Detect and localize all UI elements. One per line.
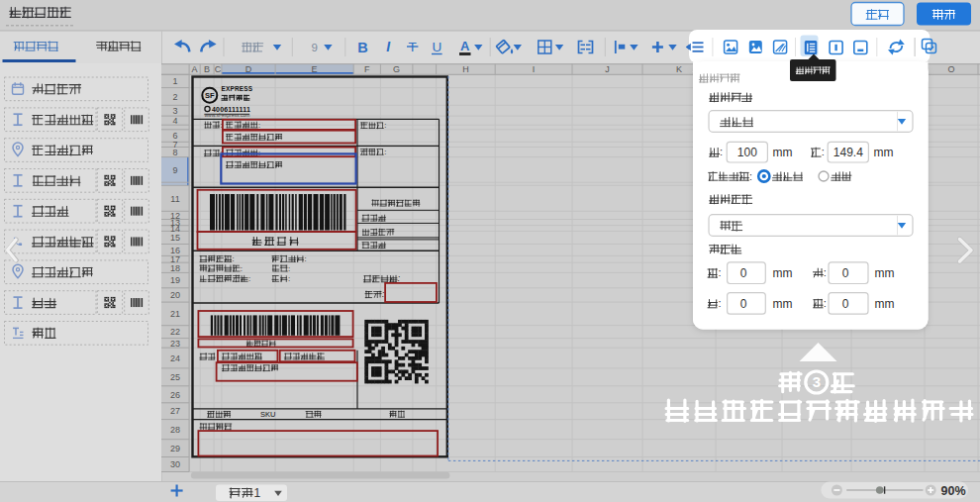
- svg-text:21: 21: [170, 309, 180, 319]
- svg-text:SKU: SKU: [260, 410, 275, 419]
- svg-text::: :: [822, 146, 825, 157]
- svg-text::: :: [288, 264, 290, 273]
- svg-text:29: 29: [170, 444, 180, 453]
- svg-text:mm: mm: [874, 146, 894, 159]
- svg-text::: :: [824, 266, 827, 278]
- svg-text:8: 8: [172, 148, 177, 157]
- svg-text:24: 24: [170, 353, 180, 363]
- svg-text:0: 0: [740, 266, 747, 280]
- svg-text:18: 18: [170, 263, 180, 273]
- svg-text:K: K: [676, 64, 682, 74]
- svg-text:G: G: [393, 64, 400, 74]
- svg-text:1: 1: [172, 76, 177, 86]
- svg-text:mm: mm: [772, 266, 792, 280]
- svg-text:J: J: [605, 64, 610, 74]
- svg-text::: :: [719, 266, 722, 278]
- svg-text::: :: [258, 121, 260, 130]
- svg-text:20: 20: [170, 290, 180, 300]
- svg-text::: :: [398, 274, 400, 283]
- svg-text:1: 1: [253, 486, 260, 500]
- svg-text::: :: [248, 274, 250, 283]
- svg-text:I: I: [533, 64, 536, 74]
- svg-text:4: 4: [172, 116, 177, 126]
- svg-text:0: 0: [740, 297, 747, 311]
- svg-text::: :: [382, 290, 384, 299]
- svg-text:E: E: [312, 64, 318, 74]
- svg-text:23: 23: [170, 339, 180, 349]
- svg-text:www.sf-express.com: www.sf-express.com: [205, 112, 250, 118]
- svg-text:3: 3: [172, 106, 177, 116]
- svg-text:26: 26: [170, 390, 180, 400]
- svg-text::: :: [720, 146, 723, 157]
- svg-text:SF: SF: [205, 91, 215, 100]
- svg-text:3: 3: [813, 374, 821, 390]
- svg-text:A: A: [460, 39, 470, 53]
- svg-text:EXPRESS: EXPRESS: [222, 85, 253, 92]
- svg-text:149.4: 149.4: [833, 146, 863, 159]
- svg-text:2: 2: [172, 92, 177, 102]
- svg-text:0: 0: [842, 266, 849, 280]
- svg-text:F: F: [364, 64, 370, 74]
- svg-text:9: 9: [172, 165, 177, 175]
- svg-text:mm: mm: [772, 297, 792, 311]
- svg-text:O: O: [947, 64, 954, 74]
- svg-text:C: C: [215, 64, 222, 74]
- svg-text::: :: [384, 121, 386, 130]
- svg-text:27: 27: [170, 406, 180, 416]
- svg-text:H: H: [462, 64, 469, 74]
- svg-text:25: 25: [170, 372, 180, 382]
- svg-text:28: 28: [170, 425, 180, 435]
- svg-text:B: B: [357, 40, 367, 55]
- svg-text::: :: [288, 274, 290, 283]
- svg-text::: :: [233, 254, 235, 263]
- svg-text:0: 0: [842, 297, 849, 311]
- svg-text::: :: [241, 264, 243, 273]
- svg-text::: :: [824, 297, 827, 309]
- svg-text:U: U: [432, 40, 441, 54]
- svg-text:22: 22: [170, 327, 180, 337]
- svg-text:mm: mm: [773, 146, 793, 159]
- svg-text:mm: mm: [875, 297, 895, 311]
- svg-text::: :: [719, 297, 722, 309]
- svg-text:B: B: [204, 64, 210, 74]
- svg-text::: :: [749, 170, 752, 182]
- svg-text:90%: 90%: [941, 484, 966, 498]
- svg-text:11: 11: [170, 194, 179, 204]
- svg-text::: :: [305, 254, 307, 263]
- svg-text:9: 9: [311, 42, 317, 53]
- svg-text:19: 19: [170, 275, 180, 285]
- svg-text::: :: [384, 148, 386, 156]
- svg-text:D: D: [245, 64, 252, 74]
- svg-text:mm: mm: [875, 266, 895, 280]
- svg-text:100: 100: [737, 146, 757, 159]
- svg-text:15: 15: [170, 233, 180, 243]
- svg-text:A: A: [192, 64, 198, 74]
- svg-text:30: 30: [170, 459, 180, 469]
